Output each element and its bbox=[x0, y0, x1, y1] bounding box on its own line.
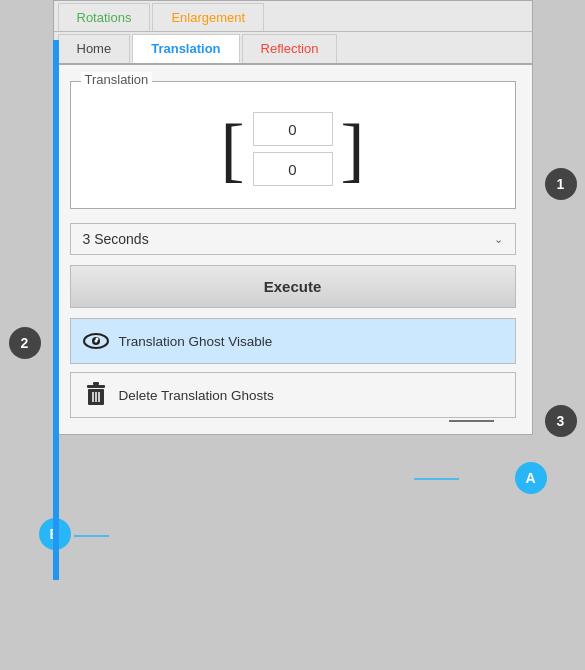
matrix-cell-1[interactable]: 0 bbox=[253, 112, 333, 146]
seconds-label: 3 Seconds bbox=[83, 231, 149, 247]
tab-row-2: Home Translation Reflection bbox=[54, 32, 532, 65]
delete-ghosts-button[interactable]: Delete Translation Ghosts bbox=[70, 372, 516, 418]
bracket-left: [ bbox=[221, 113, 245, 185]
translation-group: Translation [ 0 0 ] bbox=[70, 81, 516, 209]
annotation-3: 3 bbox=[545, 405, 577, 437]
seconds-dropdown[interactable]: 3 Seconds ⌄ bbox=[70, 223, 516, 255]
svg-rect-10 bbox=[93, 382, 99, 385]
annotation-1: 1 bbox=[545, 168, 577, 200]
svg-rect-9 bbox=[87, 385, 105, 388]
delete-ghosts-label: Delete Translation Ghosts bbox=[119, 388, 274, 403]
chevron-down-icon: ⌄ bbox=[494, 233, 503, 246]
content-area: Translation [ 0 0 ] 3 Seconds ⌄ Execute bbox=[54, 65, 532, 434]
tab-enlargement[interactable]: Enlargement bbox=[152, 3, 264, 31]
svg-point-8 bbox=[94, 340, 97, 343]
annotation-A: A bbox=[515, 462, 547, 494]
execute-button[interactable]: Execute bbox=[70, 265, 516, 308]
matrix-display: [ 0 0 ] bbox=[87, 112, 499, 186]
matrix-cells: 0 0 bbox=[253, 112, 333, 186]
tab-row-1: Rotations Enlargement bbox=[54, 1, 532, 32]
eye-icon bbox=[83, 328, 109, 354]
tab-rotations[interactable]: Rotations bbox=[58, 3, 151, 31]
bracket-right: ] bbox=[341, 113, 365, 185]
main-panel: Rotations Enlargement Home Translation R… bbox=[53, 0, 533, 435]
tab-home[interactable]: Home bbox=[58, 34, 131, 63]
trash-icon bbox=[83, 382, 109, 408]
tab-translation[interactable]: Translation bbox=[132, 34, 239, 63]
group-label: Translation bbox=[81, 72, 153, 87]
matrix-cell-2[interactable]: 0 bbox=[253, 152, 333, 186]
tab-reflection[interactable]: Reflection bbox=[242, 34, 338, 63]
left-accent-bar bbox=[53, 40, 59, 580]
ghost-visible-button[interactable]: Translation Ghost Visable bbox=[70, 318, 516, 364]
ghost-visible-label: Translation Ghost Visable bbox=[119, 334, 273, 349]
annotation-2: 2 bbox=[9, 327, 41, 359]
